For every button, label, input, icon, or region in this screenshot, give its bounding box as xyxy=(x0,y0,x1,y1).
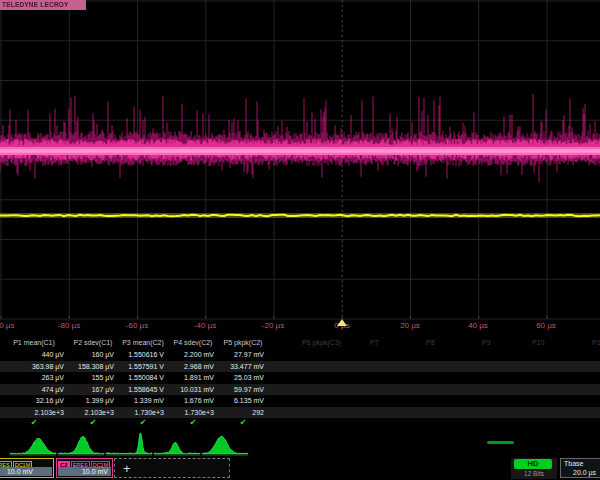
measure-status-ok: ✔ xyxy=(218,418,268,428)
measure-value: 155 µV xyxy=(68,372,118,384)
timebase-label: Tbase xyxy=(564,460,583,467)
measure-value: 2.200 mV xyxy=(168,349,218,361)
time-axis-label: 40 µs xyxy=(468,321,488,330)
histicon[interactable] xyxy=(154,443,200,455)
c2-vertical-scale: 10.0 mV xyxy=(58,467,111,476)
measure-value: 1.550084 V xyxy=(118,372,168,384)
measure-value: 1.891 mV xyxy=(168,372,218,384)
measure-param-header[interactable]: P2 sdev(C1) xyxy=(68,337,118,349)
histicon[interactable] xyxy=(106,433,152,454)
measurement-table: P1 mean(C1)P2 sdev(C1)P3 mean(C2)P4 sdev… xyxy=(0,337,600,428)
descriptor-bar: C1 ERES DC1M 10.0 mV C2 ERES DC1M 10.0 m… xyxy=(0,458,600,480)
measure-value: 6.135 mV xyxy=(218,395,268,407)
add-trace-button[interactable]: + xyxy=(123,461,131,476)
measure-value: 10.031 mV xyxy=(168,384,218,396)
measure-value: 1.550616 V xyxy=(118,349,168,361)
histicon[interactable] xyxy=(58,436,104,454)
teledyne-lecroy-badge: TELEDYNE LECROY xyxy=(0,0,86,10)
measure-value: 1.399 µV xyxy=(68,395,118,407)
waveform-traces xyxy=(0,0,600,320)
trigger-time-marker-icon[interactable] xyxy=(337,319,347,326)
measure-value: 32.16 µV xyxy=(0,395,68,407)
channel-descriptor-c2[interactable]: C2 ERES DC1M 10.0 mV xyxy=(56,458,113,478)
measure-value: 474 µV xyxy=(0,384,68,396)
measure-value: 167 µV xyxy=(68,384,118,396)
time-axis-label: -80 µs xyxy=(58,321,80,330)
measure-value: 160 µV xyxy=(68,349,118,361)
measure-param-header-inactive[interactable]: P1 xyxy=(592,337,600,349)
hd-badge[interactable]: HD xyxy=(514,459,552,469)
measure-value: 292 xyxy=(218,407,268,419)
histicon[interactable] xyxy=(10,438,56,454)
green-dash-artifact xyxy=(487,441,514,444)
measure-stat-row: 474 µV167 µV1.558645 V10.031 mV59.97 mV xyxy=(0,384,600,396)
measure-value: 440 µV xyxy=(0,349,68,361)
timebase-descriptor[interactable]: Tbase 20.0 µs xyxy=(560,458,600,478)
measure-value: 2.968 mV xyxy=(168,361,218,373)
measure-status-ok: ✔ xyxy=(68,418,118,428)
measure-stat-row: 32.16 µV1.399 µV1.339 mV1.676 mV6.135 mV xyxy=(0,395,600,407)
measure-param-header[interactable]: P4 sdev(C2) xyxy=(168,337,218,349)
measure-param-header-inactive[interactable]: P9 xyxy=(482,337,538,349)
measure-value: 2.103e+3 xyxy=(68,407,118,419)
measure-value: 59.97 mV xyxy=(218,384,268,396)
c1-vertical-scale: 10.0 mV xyxy=(0,467,52,476)
channel-descriptor-c1[interactable]: C1 ERES DC1M 10.0 mV xyxy=(0,458,54,478)
measure-param-header[interactable]: P5 pkpk(C2) xyxy=(218,337,268,349)
c2-trace-fuzz xyxy=(0,94,600,182)
measure-value: 1.676 mV xyxy=(168,395,218,407)
measure-param-header[interactable]: P1 mean(C1) xyxy=(0,337,68,349)
measure-status-ok: ✔ xyxy=(0,418,68,428)
measure-value: 2.103e+3 xyxy=(0,407,68,419)
measure-param-header-inactive[interactable]: P8 xyxy=(426,337,482,349)
measure-stat-row: 440 µV160 µV1.550616 V2.200 mV27.97 mV xyxy=(0,349,600,361)
oscilloscope-screen: TELEDYNE LECROY -100 µs-80 µs-60 µs-40 µ… xyxy=(0,0,600,480)
measure-value: 1.339 mV xyxy=(118,395,168,407)
hd-mode-group[interactable]: HD 12 Bits xyxy=(511,458,557,479)
measure-param-header-inactive[interactable]: P6 pkpk(C3) xyxy=(302,337,358,349)
measure-value: 263 µV xyxy=(0,372,68,384)
time-axis: -100 µs-80 µs-60 µs-40 µs-20 µs0 µs20 µs… xyxy=(0,320,600,335)
measure-value: 1.730e+3 xyxy=(168,407,218,419)
measure-param-header-inactive[interactable]: P10 xyxy=(532,337,588,349)
measure-stat-row: 363.98 µV158.308 µV1.557591 V2.968 mV33.… xyxy=(0,361,600,373)
measure-value: 1.730e+3 xyxy=(118,407,168,419)
measure-status-ok: ✔ xyxy=(118,418,168,428)
measure-value: 27.97 mV xyxy=(218,349,268,361)
histicon[interactable] xyxy=(202,436,248,454)
time-axis-label: 20 µs xyxy=(400,321,420,330)
measure-value: 1.557591 V xyxy=(118,361,168,373)
timebase-value: 20.0 µs xyxy=(573,469,596,476)
measure-value: 33.477 mV xyxy=(218,361,268,373)
measure-value: 1.558645 V xyxy=(118,384,168,396)
time-axis-label: 60 µs xyxy=(536,321,556,330)
measure-value: 25.03 mV xyxy=(218,372,268,384)
time-axis-label: -40 µs xyxy=(194,321,216,330)
time-axis-label: -20 µs xyxy=(262,321,284,330)
measure-status-ok: ✔ xyxy=(168,418,218,428)
measure-value: 363.98 µV xyxy=(0,361,68,373)
measure-stat-row: 263 µV155 µV1.550084 V1.891 mV25.03 mV xyxy=(0,372,600,384)
time-axis-label: -60 µs xyxy=(126,321,148,330)
measure-param-header-inactive[interactable]: P7 xyxy=(370,337,426,349)
hd-bits-label: 12 Bits xyxy=(511,470,557,477)
measure-value: 158.308 µV xyxy=(68,361,118,373)
measure-param-header[interactable]: P3 mean(C2) xyxy=(118,337,168,349)
add-trace-slot[interactable]: + xyxy=(114,458,230,478)
measure-stat-row: 2.103e+32.103e+31.730e+31.730e+3292 xyxy=(0,407,600,419)
time-axis-label: -100 µs xyxy=(0,321,14,330)
